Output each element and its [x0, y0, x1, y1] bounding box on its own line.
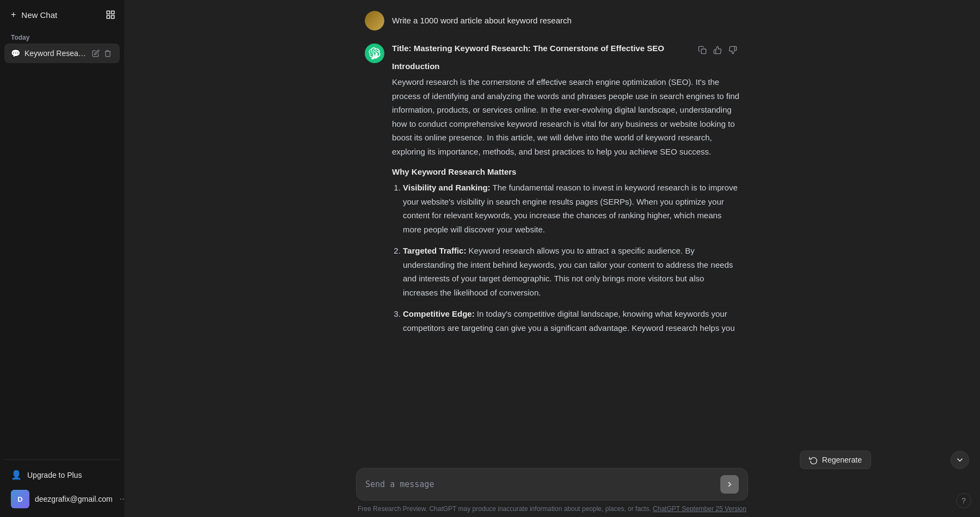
term-3: Competitive Edge: [403, 309, 475, 318]
svg-rect-3 [107, 16, 109, 19]
sidebar-top: + New Chat [4, 4, 120, 25]
user-profile-row[interactable]: D deezgrafix@gmail.com ··· [4, 485, 120, 513]
assistant-avatar [365, 44, 384, 63]
user-email: deezgrafix@gmail.com [35, 495, 113, 503]
sidebar-divider [4, 459, 120, 460]
why-heading: Why Keyword Research Matters [392, 167, 739, 176]
help-button[interactable]: ? [956, 493, 971, 508]
svg-rect-2 [112, 16, 114, 19]
message-input-wrapper [356, 468, 748, 501]
assistant-actions [696, 44, 739, 57]
today-section: Today 💬 Keyword Research for S [4, 29, 120, 63]
upgrade-label: Upgrade to Plus [27, 471, 82, 479]
message-input[interactable] [365, 478, 715, 491]
upgrade-button[interactable]: 👤 Upgrade to Plus [4, 464, 120, 485]
user-avatar: D [11, 490, 29, 508]
copy-message-button[interactable] [696, 44, 709, 57]
user-message-text: Write a 1000 word article about keyword … [392, 11, 572, 27]
term-2: Targeted Traffic: [403, 246, 466, 255]
compose-icon [106, 10, 115, 20]
new-chat-label: New Chat [21, 10, 57, 20]
chat-history-item[interactable]: 💬 Keyword Research for S [4, 44, 120, 63]
today-label: Today [4, 29, 120, 44]
thumbs-up-icon [713, 46, 722, 54]
assistant-message-content: Title: Mastering Keyword Research: The C… [392, 44, 739, 342]
thumbs-up-button[interactable] [711, 44, 724, 57]
footer-disclaimer: Free Research Preview. ChatGPT may produ… [358, 505, 651, 513]
message-container: Write a 1000 word article about keyword … [356, 11, 748, 355]
delete-chat-button[interactable] [102, 48, 113, 59]
send-button[interactable] [720, 475, 739, 494]
chat-bubble-icon: 💬 [11, 49, 20, 58]
svg-rect-0 [107, 11, 109, 14]
sidebar-bottom: 👤 Upgrade to Plus D deezgrafix@gmail.com… [4, 455, 120, 513]
plus-icon: + [11, 10, 16, 20]
edit-chat-button[interactable] [90, 48, 101, 59]
thumbs-down-button[interactable] [726, 44, 739, 57]
reasons-list: Visibility and Ranking: The fundamental … [392, 181, 739, 335]
main-content: Write a 1000 word article about keyword … [124, 0, 980, 517]
chat-item-actions [90, 48, 113, 59]
chat-area: Write a 1000 word article about keyword … [124, 0, 980, 517]
compose-button[interactable] [101, 5, 120, 24]
sidebar: + New Chat Today 💬 Keyword Research for … [0, 0, 124, 517]
footer-text: Free Research Preview. ChatGPT may produ… [358, 505, 746, 513]
svg-rect-1 [112, 11, 114, 14]
help-icon: ? [961, 496, 966, 505]
list-item: Competitive Edge: In today's competitive… [403, 307, 739, 335]
trash-icon [104, 50, 112, 57]
new-chat-button[interactable]: + New Chat [4, 4, 97, 25]
user-message: Write a 1000 word article about keyword … [365, 11, 739, 30]
send-icon [725, 480, 734, 489]
thumbs-down-icon [728, 46, 737, 54]
version-link[interactable]: ChatGPT September 25 Version [653, 505, 746, 513]
term-1: Visibility and Ranking: [403, 183, 491, 192]
user-message-avatar [365, 11, 384, 30]
person-icon: 👤 [11, 470, 22, 480]
input-area: Free Research Preview. ChatGPT may produ… [124, 461, 980, 517]
response-title: Title: Mastering Keyword Research: The C… [392, 44, 739, 53]
list-item: Visibility and Ranking: The fundamental … [403, 181, 739, 236]
chatgpt-icon [369, 47, 381, 59]
svg-rect-4 [701, 49, 706, 54]
list-item: Targeted Traffic: Keyword research allow… [403, 244, 739, 299]
user-avatar-image [365, 11, 384, 30]
copy-icon [698, 46, 707, 54]
chat-item-label: Keyword Research for S [24, 49, 86, 58]
intro-paragraph: Keyword research is the cornerstone of e… [392, 75, 739, 158]
pencil-icon [92, 50, 100, 57]
avatar-image: D [11, 490, 29, 508]
assistant-message: Title: Mastering Keyword Research: The C… [365, 44, 739, 342]
intro-heading: Introduction [392, 61, 739, 71]
